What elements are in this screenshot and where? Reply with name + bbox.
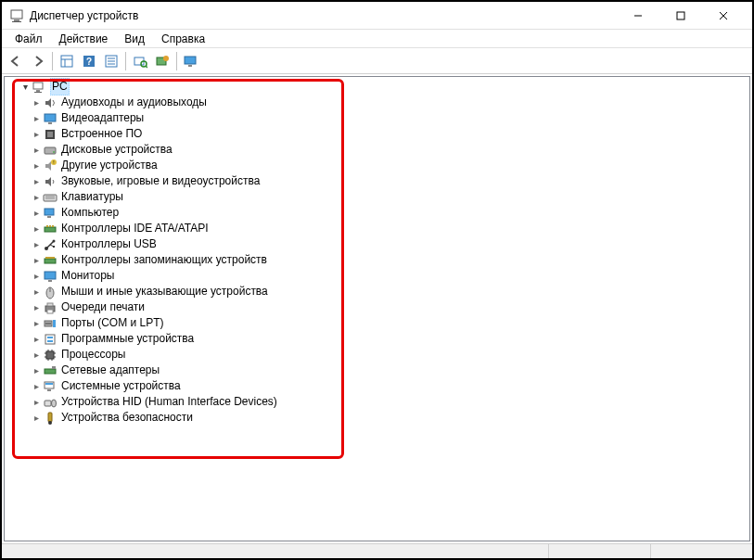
expand-icon[interactable]: ▸ [31,350,42,361]
hid-icon [43,395,58,410]
menu-action[interactable]: Действие [52,32,116,46]
tree-item-label: Очереди печати [61,299,145,315]
svg-rect-24 [36,90,40,92]
show-hide-tree-button[interactable] [57,51,77,71]
expand-icon[interactable]: ▸ [31,255,42,266]
svg-rect-51 [48,280,52,282]
tree-item[interactable]: ▸Процессоры [31,347,749,363]
expand-icon[interactable]: ▸ [31,223,42,235]
tree-item-label: Мониторы [61,268,114,284]
properties-button[interactable] [101,51,121,71]
menu-view[interactable]: Вид [117,32,152,46]
tree-item-label: Процессоры [61,347,126,363]
tree-item[interactable]: ▸Устройства безопасности [31,410,749,426]
svg-text:!: ! [53,159,54,165]
tree-item-label: Аудиовходы и аудиовыходы [61,95,207,110]
tree-item[interactable]: ▸Контроллеры USB [31,236,749,252]
expand-icon[interactable]: ▸ [31,302,42,313]
svg-point-31 [53,151,55,153]
expand-icon[interactable]: ▸ [31,334,42,345]
scan-hardware-button[interactable] [130,51,150,71]
monitor-button[interactable] [181,51,201,71]
expand-icon[interactable]: ▸ [31,413,42,424]
tree-item-label: Компьютер [61,205,119,221]
menubar: Файл Действие Вид Справка [2,30,752,48]
minimize-button[interactable] [617,2,659,30]
expand-icon[interactable]: ▸ [31,381,42,392]
add-legacy-hardware-button[interactable] [152,51,173,71]
tree-item[interactable]: ▸Звуковые, игровые и видеоустройства [31,173,749,189]
expand-icon[interactable]: ▸ [31,176,42,187]
sound-icon [43,174,58,189]
menu-help[interactable]: Справка [154,32,212,46]
collapse-icon[interactable]: ▾ [19,82,31,93]
computer-icon [43,206,58,221]
ide-icon [43,222,58,236]
software-icon [43,332,58,347]
svg-rect-1 [14,19,19,21]
titlebar: Диспетчер устройств [2,2,752,30]
menu-file[interactable]: Файл [7,32,50,46]
tree-item[interactable]: ▸Компьютер [31,205,749,221]
maximize-button[interactable] [659,2,702,30]
tree-item[interactable]: ▸Программные устройства [31,331,749,347]
tree-item[interactable]: ▸Дисковые устройства [31,142,749,158]
tree-item[interactable]: ▸Мыши и иные указывающие устройства [31,284,749,299]
svg-point-60 [49,323,51,325]
tree-item[interactable]: ▸Устройства HID (Human Interface Devices… [31,394,749,410]
tree-item-label: Контроллеры запоминающих устройств [61,252,267,268]
tree-item[interactable]: ▸Встроенное ПО [31,126,749,142]
tree-item[interactable]: ▸Порты (COM и LPT) [31,315,749,331]
tree-item[interactable]: ▸Контроллеры запоминающих устройств [31,252,749,268]
mouse-icon [43,285,58,299]
expand-icon[interactable]: ▸ [31,97,42,108]
tree-item-label: Клавиатуры [61,189,123,205]
back-button[interactable] [6,51,26,71]
printer-icon [43,300,58,315]
svg-point-59 [47,323,49,325]
network-icon [43,363,58,378]
svg-rect-79 [45,401,51,406]
expand-icon[interactable]: ▸ [31,160,42,172]
expand-icon[interactable]: ▸ [31,365,42,376]
tree-item[interactable]: ▸Контроллеры IDE ATA/ATAPI [31,221,749,236]
expand-icon[interactable]: ▸ [31,397,42,408]
tree-item-label: Звуковые, игровые и видеоустройства [61,173,260,189]
svg-rect-65 [46,351,54,359]
port-icon [43,316,58,331]
expand-icon[interactable]: ▸ [31,192,42,203]
help-button[interactable]: ? [79,51,99,71]
forward-button[interactable] [28,51,48,71]
svg-rect-21 [185,57,196,64]
tree-item[interactable]: ▸Аудиовходы и аудиовыходы [31,95,749,110]
close-button[interactable] [702,2,745,30]
storage-icon [43,253,58,268]
window-title: Диспетчер устройств [30,9,617,22]
svg-rect-77 [45,383,53,385]
expand-icon[interactable]: ▸ [31,239,42,250]
tree-item[interactable]: ▸!Другие устройства [31,158,749,173]
tree-item[interactable]: ▸Сетевые адаптеры [31,363,749,378]
tree-item-label: Сетевые адаптеры [61,363,160,378]
expand-icon[interactable]: ▸ [31,129,42,140]
tree-item[interactable]: ▸Мониторы [31,268,749,284]
tree-item[interactable]: ▸Видеоадаптеры [31,110,749,126]
tree-item[interactable]: ▸Клавиатуры [31,189,749,205]
tree-item[interactable]: ▸Системные устройства [31,378,749,394]
expand-icon[interactable]: ▸ [31,113,42,124]
svg-rect-0 [11,10,22,19]
svg-rect-7 [61,56,72,67]
expand-icon[interactable]: ▸ [31,286,42,298]
expand-icon[interactable]: ▸ [31,145,42,156]
tree-root[interactable]: ▾PC [19,79,749,95]
svg-rect-50 [45,272,56,279]
expand-icon[interactable]: ▸ [31,318,42,329]
tree-item-label: Контроллеры IDE ATA/ATAPI [61,221,209,236]
expand-icon[interactable]: ▸ [31,271,42,282]
svg-rect-4 [677,12,684,19]
svg-rect-27 [48,122,52,124]
expand-icon[interactable]: ▸ [31,208,42,219]
tree-item-label: Устройства HID (Human Interface Devices) [61,394,277,410]
device-tree[interactable]: ▾PC▸Аудиовходы и аудиовыходы▸Видеоадапте… [5,77,749,426]
tree-item[interactable]: ▸Очереди печати [31,299,749,315]
